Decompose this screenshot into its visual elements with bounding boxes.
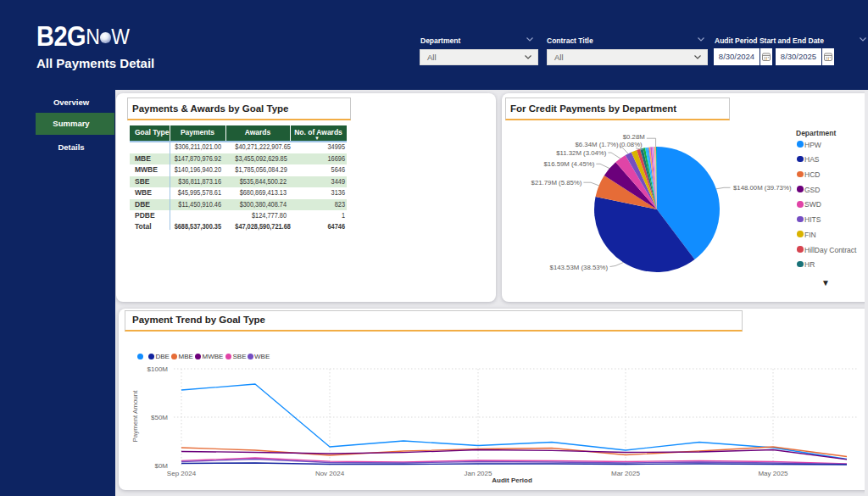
svg-text:$6.34M (1.7%): $6.34M (1.7%) — [575, 141, 619, 148]
svg-text:$148.00M (39.73%): $148.00M (39.73%) — [733, 184, 792, 192]
svg-text:$21.79M (5.85%): $21.79M (5.85%) — [531, 179, 582, 187]
svg-text:$11.32M (3.04%): $11.32M (3.04%) — [556, 149, 607, 157]
svg-text:$0.28M: $0.28M — [623, 133, 645, 141]
svg-text:(0.08%): (0.08%) — [619, 141, 643, 148]
svg-text:$143.53M (38.53%): $143.53M (38.53%) — [550, 264, 609, 271]
svg-text:$16.59M (4.45%): $16.59M (4.45%) — [543, 160, 594, 168]
